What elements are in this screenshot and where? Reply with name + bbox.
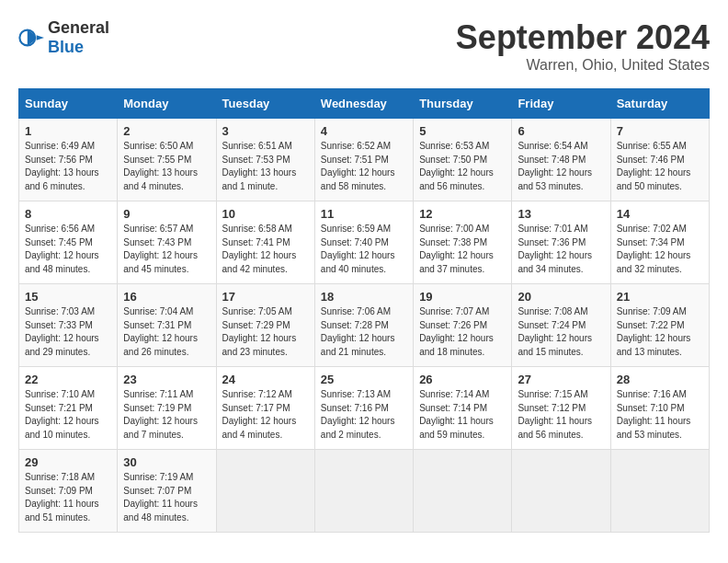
day-info: Sunrise: 6:50 AMSunset: 7:55 PMDaylight:… — [123, 141, 198, 191]
day-number: 7 — [617, 124, 703, 138]
day-info: Sunrise: 7:01 AMSunset: 7:36 PMDaylight:… — [518, 224, 592, 274]
day-number: 25 — [321, 373, 407, 386]
day-number: 29 — [25, 455, 111, 469]
table-row — [610, 450, 709, 533]
day-info: Sunrise: 6:55 AMSunset: 7:46 PMDaylight:… — [617, 141, 691, 191]
day-info: Sunrise: 6:52 AMSunset: 7:51 PMDaylight:… — [321, 141, 395, 191]
table-row: 28Sunrise: 7:16 AMSunset: 7:10 PMDayligh… — [610, 367, 709, 450]
day-number: 9 — [123, 207, 210, 221]
day-info: Sunrise: 7:15 AMSunset: 7:12 PMDaylight:… — [518, 389, 592, 440]
table-row: 22Sunrise: 7:10 AMSunset: 7:21 PMDayligh… — [19, 367, 118, 450]
day-info: Sunrise: 7:10 AMSunset: 7:21 PMDaylight:… — [25, 389, 99, 440]
calendar-week-row: 1Sunrise: 6:49 AMSunset: 7:56 PMDaylight… — [19, 119, 710, 201]
day-number: 15 — [25, 290, 111, 304]
day-number: 12 — [419, 207, 506, 221]
day-info: Sunrise: 7:07 AMSunset: 7:26 PMDaylight:… — [419, 306, 494, 357]
table-row: 8Sunrise: 6:56 AMSunset: 7:45 PMDaylight… — [19, 201, 118, 284]
day-info: Sunrise: 7:05 AMSunset: 7:29 PMDaylight:… — [222, 306, 297, 357]
table-row: 19Sunrise: 7:07 AMSunset: 7:26 PMDayligh… — [414, 284, 512, 367]
day-number: 30 — [123, 455, 210, 469]
day-info: Sunrise: 6:57 AMSunset: 7:43 PMDaylight:… — [123, 224, 198, 274]
table-row: 7Sunrise: 6:55 AMSunset: 7:46 PMDaylight… — [610, 119, 709, 201]
table-row: 5Sunrise: 6:53 AMSunset: 7:50 PMDaylight… — [414, 119, 512, 201]
day-number: 22 — [25, 373, 111, 386]
day-info: Sunrise: 7:16 AMSunset: 7:10 PMDaylight:… — [617, 389, 691, 440]
table-row: 21Sunrise: 7:09 AMSunset: 7:22 PMDayligh… — [610, 284, 709, 367]
logo: General Blue — [18, 18, 109, 57]
logo-text: General Blue — [48, 18, 109, 57]
table-row: 26Sunrise: 7:14 AMSunset: 7:14 PMDayligh… — [414, 367, 512, 450]
day-info: Sunrise: 7:04 AMSunset: 7:31 PMDaylight:… — [123, 306, 198, 357]
day-number: 4 — [321, 124, 407, 138]
calendar-week-row: 15Sunrise: 7:03 AMSunset: 7:33 PMDayligh… — [19, 284, 710, 367]
day-info: Sunrise: 6:54 AMSunset: 7:48 PMDaylight:… — [518, 141, 592, 191]
day-info: Sunrise: 6:56 AMSunset: 7:45 PMDaylight:… — [25, 224, 99, 274]
day-info: Sunrise: 7:00 AMSunset: 7:38 PMDaylight:… — [419, 224, 494, 274]
calendar-week-row: 22Sunrise: 7:10 AMSunset: 7:21 PMDayligh… — [19, 367, 710, 450]
day-number: 27 — [518, 373, 604, 386]
day-number: 26 — [419, 373, 506, 386]
calendar-week-row: 8Sunrise: 6:56 AMSunset: 7:45 PMDaylight… — [19, 201, 710, 284]
logo-icon — [18, 25, 44, 51]
table-row: 4Sunrise: 6:52 AMSunset: 7:51 PMDaylight… — [314, 119, 413, 201]
day-number: 18 — [321, 290, 407, 304]
table-row — [216, 450, 314, 533]
day-info: Sunrise: 7:18 AMSunset: 7:09 PMDaylight:… — [25, 472, 99, 523]
day-number: 11 — [321, 207, 407, 221]
day-number: 24 — [222, 373, 309, 386]
table-row: 23Sunrise: 7:11 AMSunset: 7:19 PMDayligh… — [118, 367, 216, 450]
day-number: 19 — [419, 290, 506, 304]
calendar-header-row: Sunday Monday Tuesday Wednesday Thursday… — [19, 89, 710, 119]
table-row: 13Sunrise: 7:01 AMSunset: 7:36 PMDayligh… — [512, 201, 610, 284]
col-sunday: Sunday — [19, 89, 118, 119]
table-row — [414, 450, 512, 533]
day-number: 28 — [617, 373, 703, 386]
table-row: 15Sunrise: 7:03 AMSunset: 7:33 PMDayligh… — [19, 284, 118, 367]
month-title: September 2024 — [456, 18, 710, 57]
day-number: 14 — [617, 207, 703, 221]
title-block: September 2024 Warren, Ohio, United Stat… — [456, 18, 710, 74]
logo-blue: Blue — [48, 38, 84, 56]
col-saturday: Saturday — [610, 89, 709, 119]
table-row — [512, 450, 610, 533]
table-row: 20Sunrise: 7:08 AMSunset: 7:24 PMDayligh… — [512, 284, 610, 367]
table-row: 24Sunrise: 7:12 AMSunset: 7:17 PMDayligh… — [216, 367, 314, 450]
day-info: Sunrise: 7:09 AMSunset: 7:22 PMDaylight:… — [617, 306, 691, 357]
day-number: 5 — [419, 124, 506, 138]
calendar-table: Sunday Monday Tuesday Wednesday Thursday… — [18, 88, 710, 533]
col-wednesday: Wednesday — [314, 89, 413, 119]
table-row: 11Sunrise: 6:59 AMSunset: 7:40 PMDayligh… — [314, 201, 413, 284]
day-number: 2 — [123, 124, 210, 138]
day-info: Sunrise: 6:53 AMSunset: 7:50 PMDaylight:… — [419, 141, 494, 191]
day-number: 8 — [25, 207, 111, 221]
day-info: Sunrise: 7:11 AMSunset: 7:19 PMDaylight:… — [123, 389, 198, 440]
day-number: 10 — [222, 207, 309, 221]
day-info: Sunrise: 7:19 AMSunset: 7:07 PMDaylight:… — [123, 472, 198, 523]
location-title: Warren, Ohio, United States — [456, 57, 710, 74]
day-number: 20 — [518, 290, 604, 304]
day-info: Sunrise: 6:59 AMSunset: 7:40 PMDaylight:… — [321, 224, 395, 274]
day-number: 13 — [518, 207, 604, 221]
table-row: 30Sunrise: 7:19 AMSunset: 7:07 PMDayligh… — [118, 450, 216, 533]
day-info: Sunrise: 7:12 AMSunset: 7:17 PMDaylight:… — [222, 389, 297, 440]
table-row: 6Sunrise: 6:54 AMSunset: 7:48 PMDaylight… — [512, 119, 610, 201]
col-monday: Monday — [118, 89, 216, 119]
day-info: Sunrise: 7:08 AMSunset: 7:24 PMDaylight:… — [518, 306, 592, 357]
table-row: 2Sunrise: 6:50 AMSunset: 7:55 PMDaylight… — [118, 119, 216, 201]
table-row: 3Sunrise: 6:51 AMSunset: 7:53 PMDaylight… — [216, 119, 314, 201]
day-info: Sunrise: 6:58 AMSunset: 7:41 PMDaylight:… — [222, 224, 297, 274]
day-info: Sunrise: 7:03 AMSunset: 7:33 PMDaylight:… — [25, 306, 99, 357]
table-row: 17Sunrise: 7:05 AMSunset: 7:29 PMDayligh… — [216, 284, 314, 367]
col-thursday: Thursday — [414, 89, 512, 119]
table-row: 25Sunrise: 7:13 AMSunset: 7:16 PMDayligh… — [314, 367, 413, 450]
day-info: Sunrise: 7:02 AMSunset: 7:34 PMDaylight:… — [617, 224, 691, 274]
col-friday: Friday — [512, 89, 610, 119]
table-row — [314, 450, 413, 533]
day-number: 21 — [617, 290, 703, 304]
day-number: 23 — [123, 373, 210, 386]
logo-general: General — [48, 18, 109, 37]
day-info: Sunrise: 6:51 AMSunset: 7:53 PMDaylight:… — [222, 141, 297, 191]
table-row: 9Sunrise: 6:57 AMSunset: 7:43 PMDaylight… — [118, 201, 216, 284]
table-row: 29Sunrise: 7:18 AMSunset: 7:09 PMDayligh… — [19, 450, 118, 533]
table-row: 16Sunrise: 7:04 AMSunset: 7:31 PMDayligh… — [118, 284, 216, 367]
